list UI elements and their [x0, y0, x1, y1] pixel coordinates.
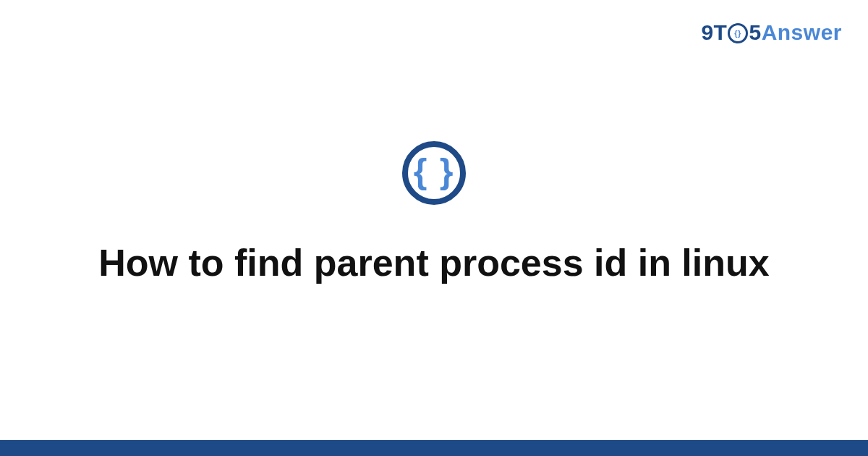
- brand-text-answer: Answer: [762, 20, 842, 45]
- brand-o-circle-icon: {}: [728, 23, 748, 43]
- braces-glyph: { }: [414, 154, 455, 189]
- main-content: { } How to find parent process id in lin…: [0, 0, 868, 456]
- page-title: How to find parent process id in linux: [98, 240, 769, 287]
- svg-text:{}: {}: [735, 29, 742, 38]
- brand-text-right: 5: [749, 20, 761, 45]
- braces-icon: {}: [733, 28, 743, 38]
- brand-logo: 9T {} 5 Answer: [701, 20, 842, 45]
- footer-accent-bar: [0, 440, 868, 456]
- code-braces-circle-icon: { }: [402, 141, 466, 205]
- brand-text-left: 9T: [701, 20, 727, 45]
